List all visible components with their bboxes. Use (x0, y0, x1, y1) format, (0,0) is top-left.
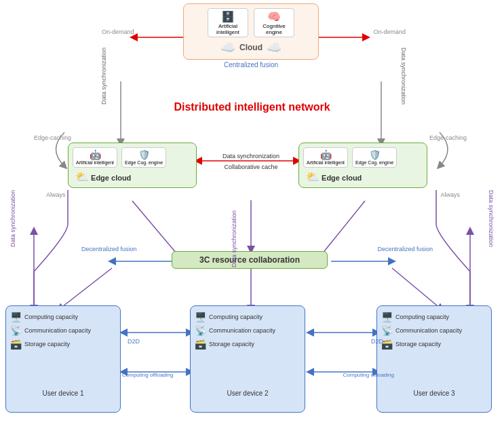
on-demand-right-label: On-demand (373, 29, 406, 35)
edge-left-cog-box: 🛡️ Edge Cog. engine (121, 147, 166, 168)
always-right-label: Always (440, 191, 460, 198)
decentralized-fusion-right-label: Decentralized fusion (377, 246, 433, 252)
edge-cloud-right: 🤖 Artificial intelligent 🛡️ Edge Cog. en… (298, 143, 427, 188)
decentralized-fusion-left-label: Decentralized fusion (81, 246, 137, 252)
data-sync-mid-label: Data synchronization (231, 210, 237, 267)
edge-cloud-left-name: ⛅ Edge cloud (73, 170, 192, 183)
data-sync-cloud-left-label: Data synchronization (100, 48, 107, 105)
edge-cloud-left: 🤖 Artificial intelligent 🛡️ Edge Cog. en… (68, 143, 197, 188)
communication-label-3: Communication capacity (395, 327, 462, 334)
user-device-1-label: User device 1 (5, 390, 121, 397)
resource-collaboration-box: 3C resource collaboration (172, 251, 328, 269)
data-sync-right-label: Data synchronization (488, 190, 495, 247)
computing-icon-3: 🖥️ (381, 312, 393, 322)
storage-label-1: Storage capacity (24, 341, 70, 347)
computing-label-1: Computing capacity (24, 314, 78, 320)
data-sync-left-label: Data synchronization (9, 190, 16, 247)
cloud-label: Cloud (239, 43, 263, 52)
diagram: 🗄️ Artificial intelligent 🧠 Cognitive en… (0, 0, 504, 433)
edge-caching-left-label: Edge-caching (34, 134, 71, 141)
edge-cloud-right-name: ⛅ Edge cloud (303, 170, 423, 183)
computing-offloading-right-label: Computing offloading (343, 372, 394, 378)
data-sync-cloud-right-label: Data synchronization (400, 48, 407, 105)
computing-label-3: Computing capacity (395, 314, 449, 320)
edge-left-cog-label: Edge Cog. engine (125, 160, 163, 166)
communication-label-2: Communication capacity (209, 327, 275, 334)
svg-line-14 (392, 268, 441, 309)
data-sync-edges-label: Data synchronization (207, 153, 295, 159)
main-title: Distributed intelligent network (0, 100, 504, 113)
edge-left-ai-box: 🤖 Artificial intelligent (73, 147, 117, 168)
cog-label: Cognitive engine (258, 23, 290, 35)
edge-right-cog-label: Edge Cog. engine (355, 160, 393, 166)
edge-right-cog-box: 🛡️ Edge Cog. engine (352, 147, 397, 168)
ai-label: Artificial intelligent (212, 23, 244, 35)
communication-icon-2: 📡 (195, 325, 206, 336)
edge-left-ai-label: Artificial intelligent (76, 160, 114, 166)
computing-icon-1: 🖥️ (10, 312, 22, 322)
storage-label-3: Storage capacity (395, 341, 441, 347)
collaborative-cache-label: Collaborative cache (207, 164, 295, 170)
d2d-right-label: D2D (371, 338, 383, 345)
computing-label-2: Computing capacity (209, 314, 263, 320)
user-device-2-label: User device 2 (190, 390, 305, 397)
cognitive-engine-box: 🧠 Cognitive engine (254, 8, 294, 37)
user-device-3-label: User device 3 (376, 390, 492, 397)
cloud-section: 🗄️ Artificial intelligent 🧠 Cognitive en… (149, 3, 353, 69)
edge-right-ai-box: 🤖 Artificial intelligent (303, 147, 348, 168)
communication-icon-3: 📡 (381, 325, 393, 336)
communication-icon-1: 📡 (10, 325, 22, 336)
computing-offloading-left-label: Computing offloading (122, 372, 173, 378)
edge-right-ai-label: Artificial intelligent (307, 160, 345, 166)
always-left-label: Always (46, 191, 66, 198)
computing-icon-2: 🖥️ (195, 312, 206, 322)
storage-icon-2: 🗃️ (195, 339, 206, 350)
ai-intelligent-box: 🗄️ Artificial intelligent (208, 8, 248, 37)
edge-caching-right-label: Edge-caching (429, 134, 467, 141)
on-demand-left-label: On-demand (102, 29, 134, 35)
communication-label-1: Communication capacity (24, 327, 91, 334)
centralized-fusion-label: Centralized fusion (149, 61, 353, 69)
svg-line-13 (60, 268, 112, 309)
storage-icon-1: 🗃️ (10, 339, 22, 350)
d2d-left-label: D2D (128, 338, 140, 345)
cloud-box: 🗄️ Artificial intelligent 🧠 Cognitive en… (183, 3, 319, 60)
storage-label-2: Storage capacity (209, 341, 254, 347)
